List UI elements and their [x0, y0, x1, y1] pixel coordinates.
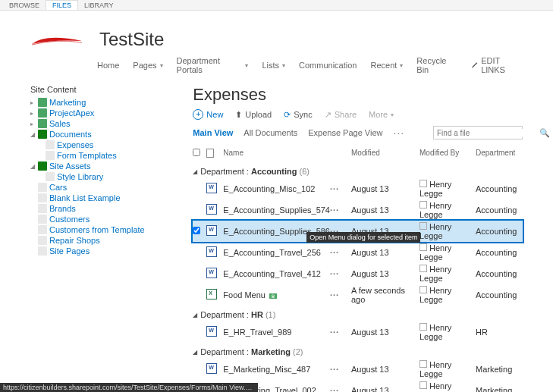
ribbon-tab-library[interactable]: LIBRARY	[78, 0, 119, 10]
nav-recycle-bin[interactable]: Recycle Bin	[416, 56, 457, 74]
share-indicator-icon	[419, 265, 427, 272]
row-checkbox[interactable]	[193, 227, 200, 234]
group-label: Department : HR (1)	[200, 310, 275, 319]
tree-node-repair-shops[interactable]: Repair Shops	[30, 235, 147, 246]
view-expense-page[interactable]: Expense Page View	[308, 128, 382, 137]
word-file-icon	[206, 183, 217, 193]
tree-node-expenses[interactable]: Expenses	[30, 140, 147, 150]
department-cell: Accounting	[476, 290, 523, 299]
share-icon: ↗	[325, 110, 331, 120]
site-title[interactable]: TestSite	[99, 29, 164, 50]
file-name-link[interactable]: E_HR_Travel_989	[223, 328, 291, 337]
file-name-link[interactable]: E_Accounting_Supplies_574	[223, 205, 330, 215]
nav-home[interactable]: Home	[97, 61, 119, 70]
tree-node-site-pages[interactable]: Site Pages	[30, 246, 147, 256]
row-menu-button[interactable]: ···	[330, 248, 339, 257]
tree-node-label: Expenses	[57, 140, 93, 149]
tree-node-brands[interactable]: Brands	[30, 203, 147, 214]
edit-links-button[interactable]: EDIT LINKS	[471, 56, 523, 74]
tree-node-cars[interactable]: Cars	[30, 182, 147, 193]
column-department-header[interactable]: Department	[476, 149, 523, 159]
site-logo[interactable]	[30, 24, 95, 55]
modified-cell: August 13	[351, 365, 419, 374]
row-menu-button[interactable]: ···	[330, 328, 339, 337]
new-button[interactable]: + New	[193, 109, 223, 120]
file-row[interactable]: E_Accounting_Supplies_574···August 13Hen…	[193, 199, 523, 221]
list-icon	[38, 119, 47, 128]
share-label: Share	[335, 110, 357, 119]
column-name-header[interactable]: Name	[223, 149, 330, 159]
word-file-icon	[206, 268, 217, 278]
file-name-link[interactable]: E_Accounting_Misc_102	[223, 184, 315, 193]
nav-pages[interactable]: Pages▾	[133, 61, 162, 70]
tree-node-label: Blank List Example	[49, 193, 121, 202]
column-checkbox[interactable]	[193, 149, 206, 159]
column-headers: Name Modified Modified By Department	[193, 146, 523, 162]
group-header-marketing[interactable]: ◢ Department : Marketing (2)	[193, 343, 523, 359]
tree-node-style-library[interactable]: Style Library	[30, 171, 147, 182]
tree-node-documents[interactable]: ◢Documents	[30, 129, 147, 140]
tree-node-label: Repair Shops	[49, 236, 100, 245]
file-name-link[interactable]: E_Accounting_Travel_256	[223, 248, 321, 257]
upload-button[interactable]: ⬆ Upload	[235, 110, 272, 120]
list-icon	[38, 98, 47, 107]
share-button[interactable]: ↗ Share	[325, 110, 357, 120]
file-row[interactable]: E_Accounting_Misc_102···August 13Henry L…	[193, 178, 523, 199]
file-row[interactable]: Food Menu ※···A few seconds agoHenry Leg…	[193, 284, 523, 306]
column-modified-header[interactable]: Modified	[351, 149, 419, 159]
file-row[interactable]: E_Accounting_Travel_412···August 13Henry…	[193, 263, 523, 284]
sync-button[interactable]: ⟳ Sync	[284, 110, 312, 120]
nav-recent[interactable]: Recent▾	[370, 61, 403, 70]
column-modified-by-header[interactable]: Modified By	[419, 149, 476, 159]
file-name-link[interactable]: Food Menu	[223, 290, 266, 299]
department-cell: Accounting	[476, 248, 523, 257]
file-name-link[interactable]: E_Marketing_Misc_487	[223, 365, 310, 374]
tree-node-projectapex[interactable]: ▸ProjectApex	[30, 108, 147, 118]
row-menu-button[interactable]: ···	[330, 386, 339, 392]
tree-node-form-templates[interactable]: Form Templates	[30, 150, 147, 161]
file-row[interactable]: E_Marketing_Misc_487···August 13Henry Le…	[193, 359, 523, 380]
new-label: New	[206, 110, 223, 119]
tree-node-site-assets[interactable]: ◢Site Assets	[30, 161, 147, 171]
tree-node-sales[interactable]: ▸Sales	[30, 118, 147, 129]
view-main[interactable]: Main View	[193, 128, 233, 137]
search-icon[interactable]: 🔍	[536, 128, 553, 138]
tree-node-marketing[interactable]: ▸Marketing	[30, 97, 147, 108]
top-navigation: HomePages▾Department Portals▾Lists▾Commu…	[30, 56, 523, 79]
row-menu-button[interactable]: ···	[330, 365, 339, 374]
tree-node-blank-list-example[interactable]: Blank List Example	[30, 193, 147, 203]
modified-cell: August 13	[351, 386, 419, 392]
file-name-link[interactable]: E_Accounting_Travel_412	[223, 269, 321, 278]
group-label: Department : Marketing (2)	[200, 347, 303, 356]
file-row[interactable]: E_Accounting_Travel_256···August 13Henry…	[193, 242, 523, 263]
sub-icon	[38, 236, 47, 245]
nav-lists[interactable]: Lists▾	[262, 61, 285, 70]
row-menu-button[interactable]: ···	[330, 290, 339, 299]
search-input[interactable]	[434, 129, 536, 137]
collapse-icon: ◢	[193, 349, 197, 356]
tree-node-customers[interactable]: Customers	[30, 214, 147, 224]
view-more-button[interactable]: ···	[394, 127, 405, 139]
ribbon-tab-files[interactable]: FILES	[46, 0, 78, 10]
word-file-icon	[206, 204, 217, 215]
group-header-hr[interactable]: ◢ Department : HR (1)	[193, 306, 523, 321]
word-file-icon	[206, 225, 217, 236]
column-type-icon[interactable]	[206, 149, 223, 159]
file-row[interactable]: E_Accounting_Supplies_586···August 13Hen…	[193, 221, 523, 242]
tree-node-label: Site Pages	[49, 246, 90, 256]
row-menu-button[interactable]: ···	[330, 205, 339, 215]
view-all-documents[interactable]: All Documents	[244, 128, 297, 137]
ribbon-tab-browse[interactable]: BROWSE	[3, 0, 46, 10]
group-header-accounting[interactable]: ◢ Department : Accounting (6)	[193, 162, 523, 178]
tree-node-customers-from-template[interactable]: Customers from Template	[30, 224, 147, 235]
row-menu-button[interactable]: ···	[330, 184, 339, 193]
twisty-icon: ▸	[30, 99, 38, 106]
nav-department-portals[interactable]: Department Portals▾	[177, 56, 249, 74]
tree-node-label: Sales	[49, 119, 71, 128]
file-row[interactable]: E_HR_Travel_989···August 13Henry LeggeHR	[193, 321, 523, 343]
row-menu-button[interactable]: ···	[330, 269, 339, 278]
row-menu-tooltip: Open Menu dialog for selected item	[306, 232, 420, 243]
more-button[interactable]: More ▾	[369, 110, 394, 119]
search-box[interactable]: 🔍	[433, 126, 523, 140]
nav-communication[interactable]: Communication	[299, 61, 357, 70]
